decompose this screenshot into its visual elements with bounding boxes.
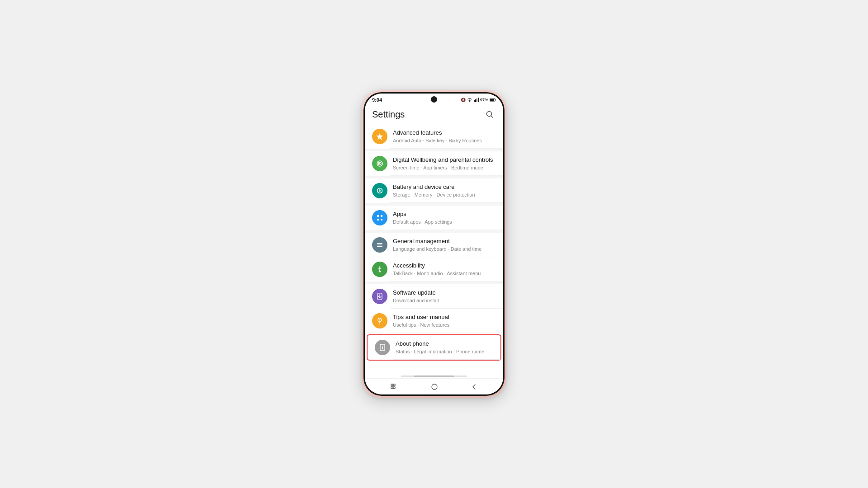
svg-rect-5 (490, 99, 494, 101)
svg-rect-0 (474, 100, 475, 102)
svg-rect-14 (377, 215, 379, 217)
about-phone-subtitle: Status · Legal information · Phone name (396, 348, 493, 355)
tips-subtitle: Useful tips · New features (393, 322, 496, 328)
battery-title: Battery and device care (393, 183, 496, 191)
bottom-spacer (365, 362, 503, 366)
accessibility-icon (372, 262, 387, 277)
svg-rect-18 (377, 243, 382, 244)
svg-point-24 (379, 324, 380, 324)
general-mgmt-title: General management (393, 238, 496, 245)
tips-text: Tips and user manual Useful tips · New f… (393, 314, 496, 328)
svg-rect-1 (475, 99, 476, 102)
svg-rect-6 (495, 99, 496, 101)
svg-rect-29 (391, 384, 393, 386)
svg-rect-20 (377, 246, 382, 247)
software-update-title: Software update (393, 289, 496, 297)
svg-point-12 (379, 163, 380, 164)
scroll-bar (414, 375, 454, 377)
settings-item-digital-wellbeing[interactable]: Digital Wellbeing and parental controls … (365, 151, 503, 176)
camera-notch (431, 96, 437, 103)
phone-inner: 9:04 🔇 97% (363, 92, 505, 396)
settings-item-general-management[interactable]: General management Language and keyboard… (365, 233, 503, 257)
svg-rect-30 (393, 384, 395, 386)
apps-text: Apps Default apps · App settings (393, 211, 496, 225)
phone-device: 9:04 🔇 97% (362, 90, 506, 398)
nav-home-button[interactable] (425, 381, 443, 392)
settings-item-software-update[interactable]: Software update Download and install (365, 284, 503, 309)
back-icon (471, 384, 477, 390)
search-button[interactable] (483, 108, 496, 121)
app-header: Settings (365, 104, 503, 124)
about-phone-title: About phone (396, 340, 493, 348)
home-icon (431, 383, 438, 390)
mute-icon: 🔇 (461, 98, 466, 102)
battery-text: 97% (480, 98, 488, 102)
svg-rect-3 (478, 98, 479, 102)
settings-item-tips[interactable]: ? Tips and user manual Useful tips · New… (365, 309, 503, 333)
accessibility-subtitle: TalkBack · Mono audio · Assistant menu (393, 270, 496, 277)
software-update-text: Software update Download and install (393, 289, 496, 304)
svg-line-8 (491, 116, 493, 118)
svg-point-21 (379, 267, 381, 268)
svg-rect-32 (393, 387, 395, 389)
status-time: 9:04 (372, 97, 382, 103)
recents-icon (391, 384, 398, 390)
advanced-features-subtitle: Android Auto · Side key · Bixby Routines (393, 137, 496, 144)
svg-rect-15 (381, 215, 382, 217)
digital-wellbeing-subtitle: Screen time · App timers · Bedtime mode (393, 164, 496, 171)
svg-point-27 (382, 346, 383, 347)
digital-wellbeing-icon (372, 156, 387, 171)
svg-text:?: ? (379, 319, 381, 322)
wifi-icon (467, 98, 472, 102)
digital-wellbeing-title: Digital Wellbeing and parental controls (393, 156, 496, 164)
phone-screen: 9:04 🔇 97% (365, 94, 503, 394)
accessibility-title: Accessibility (393, 262, 496, 270)
svg-point-7 (487, 112, 492, 117)
status-bar: 9:04 🔇 97% (365, 94, 503, 104)
battery-icon (490, 98, 496, 102)
general-mgmt-subtitle: Language and keyboard · Date and time (393, 246, 496, 252)
apps-icon (372, 210, 387, 225)
page-title: Settings (372, 109, 405, 120)
settings-item-battery[interactable]: Battery and device care Storage · Memory… (365, 178, 503, 203)
svg-rect-31 (391, 387, 393, 389)
svg-rect-16 (377, 219, 379, 221)
general-mgmt-text: General management Language and keyboard… (393, 238, 496, 252)
digital-wellbeing-text: Digital Wellbeing and parental controls … (393, 156, 496, 171)
search-icon (486, 110, 494, 118)
tips-icon: ? (372, 313, 387, 328)
about-phone-text: About phone Status · Legal information ·… (396, 340, 493, 355)
settings-item-accessibility[interactable]: Accessibility TalkBack · Mono audio · As… (365, 257, 503, 282)
software-update-icon (372, 289, 387, 304)
advanced-features-text: Advanced features Android Auto · Side ke… (393, 129, 496, 144)
svg-marker-9 (376, 133, 383, 140)
nav-bar (365, 378, 503, 394)
battery-text-block: Battery and device care Storage · Memory… (393, 183, 496, 198)
nav-recents-button[interactable] (385, 382, 403, 392)
advanced-features-icon (372, 129, 387, 144)
signal-icon (474, 98, 479, 102)
settings-list: Advanced features Android Auto · Side ke… (365, 124, 503, 375)
svg-rect-2 (476, 99, 477, 102)
advanced-features-title: Advanced features (393, 129, 496, 137)
settings-item-apps[interactable]: Apps Default apps · App settings (365, 206, 503, 230)
settings-item-about-phone[interactable]: About phone Status · Legal information ·… (367, 334, 501, 361)
tips-title: Tips and user manual (393, 314, 496, 321)
svg-rect-28 (382, 347, 383, 349)
svg-rect-19 (377, 245, 382, 246)
apps-title: Apps (393, 211, 496, 218)
general-mgmt-icon (372, 237, 387, 253)
about-phone-icon (375, 340, 390, 355)
scroll-indicator (401, 375, 467, 377)
software-update-subtitle: Download and install (393, 297, 496, 304)
settings-item-advanced-features[interactable]: Advanced features Android Auto · Side ke… (365, 124, 503, 149)
status-icons: 🔇 97% (461, 98, 496, 102)
battery-subtitle: Storage · Memory · Device protection (393, 192, 496, 198)
nav-back-button[interactable] (466, 382, 483, 392)
apps-subtitle: Default apps · App settings (393, 219, 496, 225)
battery-icon-circle (372, 183, 387, 198)
accessibility-text: Accessibility TalkBack · Mono audio · As… (393, 262, 496, 277)
svg-rect-17 (381, 219, 382, 221)
svg-point-33 (432, 384, 437, 389)
phone-outer-shell: 9:04 🔇 97% (362, 90, 506, 398)
